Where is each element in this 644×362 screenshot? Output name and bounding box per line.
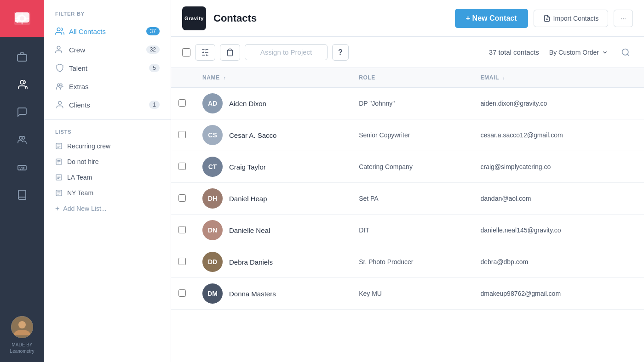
briefcase-icon[interactable] — [0, 44, 44, 70]
row-checkbox[interactable] — [178, 289, 186, 297]
list-item-ny-team[interactable]: NY Team — [44, 185, 171, 201]
contact-email-text: dandan@aol.com — [481, 195, 531, 202]
page-title: Contacts — [213, 12, 455, 24]
user-section: MADE BY Leanometry — [10, 316, 34, 362]
select-all-checkbox[interactable] — [182, 48, 190, 57]
table-row: DD Debra Daniels Sr. Photo Producerdebra… — [171, 246, 644, 278]
contact-name-cell: CT Craig Taylor — [195, 151, 351, 183]
contact-name-text[interactable]: Aiden Dixon — [229, 100, 266, 107]
contact-role-cell: Catering Company — [351, 151, 473, 183]
list-item-do-not-hire[interactable]: Do not hire — [44, 154, 171, 170]
row-checkbox[interactable] — [178, 99, 186, 107]
clients-badge: 1 — [149, 101, 160, 109]
chat-icon[interactable] — [0, 99, 44, 125]
contact-email-cell: dandan@aol.com — [473, 183, 644, 215]
contact-cell: DD Debra Daniels — [202, 252, 344, 272]
list-item-la-team[interactable]: LA Team — [44, 170, 171, 185]
all-contacts-badge: 37 — [146, 27, 160, 35]
contact-email-text: aiden.dixon@gravity.co — [481, 100, 547, 107]
sort-dropdown[interactable]: By Custom Order — [544, 46, 614, 59]
sidebar-item-talent[interactable]: Talent 5 — [44, 59, 171, 77]
trash-icon — [226, 48, 234, 57]
svg-rect-3 — [17, 55, 27, 61]
col-header-name[interactable]: NAME — [195, 68, 351, 88]
svg-point-17 — [58, 102, 62, 105]
chevron-down-icon — [602, 49, 608, 56]
contact-role-text: Sr. Photo Producer — [359, 258, 413, 266]
sidebar-item-clients[interactable]: Clients 1 — [44, 96, 171, 114]
filter-icon — [201, 48, 209, 57]
import-contacts-button[interactable]: Import Contacts — [534, 10, 609, 27]
table-row: DH Daniel Heap Set PAdandan@aol.com — [171, 183, 644, 215]
extras-label: Extras — [69, 83, 160, 90]
search-button[interactable] — [618, 45, 633, 60]
contact-email-text: debra@dbp.com — [481, 258, 529, 266]
row-checkbox[interactable] — [178, 258, 186, 265]
col-header-role[interactable]: ROLE — [351, 68, 473, 88]
add-list-button[interactable]: + Add New List... — [44, 201, 171, 216]
list-icon-recurring — [55, 142, 63, 150]
col-header-email[interactable]: EMAIL — [473, 68, 644, 88]
contact-role-cell: Senior Copywriter — [351, 119, 473, 151]
row-checkbox[interactable] — [178, 194, 186, 202]
filter-button[interactable] — [195, 44, 215, 61]
contact-role-text: Senior Copywriter — [359, 131, 410, 139]
contact-name-text[interactable]: Craig Taylor — [229, 163, 266, 171]
contact-name-text[interactable]: Debra Daniels — [229, 258, 273, 266]
team-icon[interactable] — [0, 127, 44, 153]
vip-icon[interactable]: VIP — [0, 154, 44, 180]
import-icon — [543, 15, 551, 22]
svg-point-6 — [19, 136, 22, 139]
list-item-recurring-crew[interactable]: Recurring crew — [44, 138, 171, 154]
sidebar-item-extras[interactable]: Extras — [44, 77, 171, 96]
contacts-icon[interactable] — [0, 72, 44, 97]
assign-to-project-button[interactable]: Assign to Project — [245, 44, 328, 60]
contact-name-text[interactable]: Daniel Heap — [229, 195, 267, 203]
contact-role-text: Key MU — [359, 290, 382, 297]
contacts-table-container: NAME ROLE EMAIL AD Aiden Dixon DP "Johnn — [171, 68, 644, 362]
contact-role-cell: DIT — [351, 215, 473, 246]
svg-point-45 — [622, 49, 628, 55]
new-contact-button[interactable]: + New Contact — [455, 9, 528, 28]
contact-avatar: DH — [202, 188, 223, 209]
contact-email-text: dmakeup98762@gmail.com — [481, 290, 561, 297]
contact-name-cell: DD Debra Daniels — [195, 246, 351, 278]
svg-text:VIP: VIP — [19, 167, 25, 170]
icon-bar: VIP MADE BY Leanometry — [0, 0, 44, 362]
contact-email-cell: aiden.dixon@gravity.co — [473, 88, 644, 119]
row-checkbox[interactable] — [178, 163, 186, 170]
contact-name-text[interactable]: Cesar A. Sacco — [229, 131, 276, 139]
contact-cell: CS Cesar A. Sacco — [202, 125, 344, 145]
contact-cell: AD Aiden Dixon — [202, 93, 344, 113]
avatar[interactable] — [11, 316, 33, 338]
book-icon[interactable] — [0, 182, 44, 208]
contact-name-cell: DM Donna Masters — [195, 278, 351, 310]
contact-avatar: DD — [202, 252, 223, 272]
contact-email-cell: danielle.neal145@gravity.co — [473, 215, 644, 246]
contact-name-text[interactable]: Danielle Neal — [229, 226, 270, 234]
ny-team-label: NY Team — [67, 189, 93, 197]
sidebar-item-crew[interactable]: Crew 32 — [44, 40, 171, 59]
nav-icons: VIP — [0, 37, 44, 316]
row-checkbox[interactable] — [178, 131, 186, 138]
app-logo[interactable] — [0, 0, 44, 37]
contact-name-text[interactable]: Donna Masters — [229, 290, 276, 298]
contact-role-cell: Sr. Photo Producer — [351, 246, 473, 278]
clients-icon — [55, 100, 64, 109]
list-icon-la-team — [55, 174, 63, 181]
table-row: AD Aiden Dixon DP "Johnny"aiden.dixon@gr… — [171, 88, 644, 119]
contact-email-text: danielle.neal145@gravity.co — [481, 226, 561, 234]
sidebar-item-all-contacts[interactable]: All Contacts 37 — [44, 22, 171, 40]
question-mark-button[interactable]: ? — [332, 44, 349, 61]
extras-icon — [55, 82, 64, 91]
question-mark-label: ? — [338, 48, 343, 57]
row-checkbox[interactable] — [178, 226, 186, 233]
more-button[interactable]: ··· — [614, 10, 633, 27]
gravity-logo: Gravity — [182, 6, 206, 30]
col-header-checkbox — [171, 68, 195, 88]
delete-button[interactable] — [220, 44, 240, 61]
contact-email-text: craig@simplycatering.co — [481, 163, 551, 170]
contacts-table: NAME ROLE EMAIL AD Aiden Dixon DP "Johnn — [171, 68, 644, 310]
contact-name-cell: DH Daniel Heap — [195, 183, 351, 215]
contact-role-cell: Set PA — [351, 183, 473, 215]
